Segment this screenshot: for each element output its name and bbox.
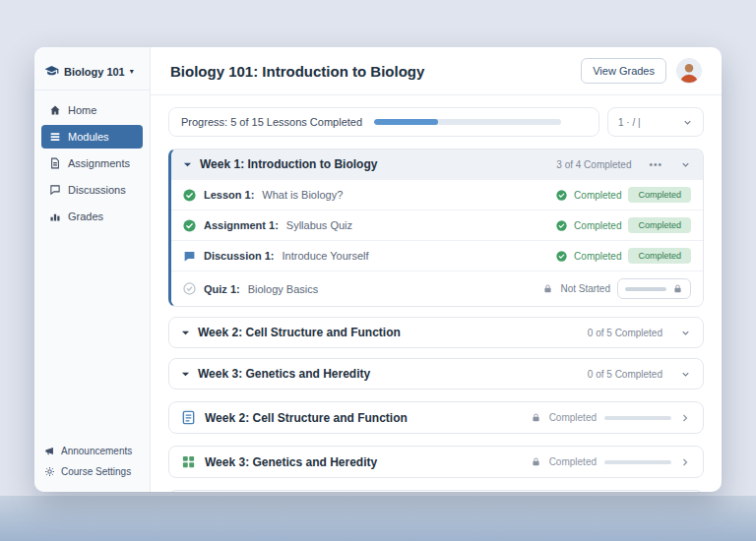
footer-item-label: Course Settings bbox=[61, 466, 131, 477]
assignments-icon bbox=[49, 157, 61, 169]
sidebar-item-label: Assignments bbox=[68, 157, 130, 169]
avatar[interactable] bbox=[676, 58, 702, 84]
item-status-group: Not Started bbox=[542, 278, 691, 299]
check-circle-icon bbox=[183, 219, 196, 232]
mini-progress-bar bbox=[625, 287, 666, 291]
module-week-3-collapsed[interactable]: Week 3: Genetics and Heredity 0 of 5 Com… bbox=[168, 358, 704, 390]
chevron-down-icon bbox=[680, 328, 691, 338]
check-circle-icon bbox=[556, 251, 567, 262]
card-status-group: Completed bbox=[531, 456, 691, 468]
chat-bubble-icon bbox=[183, 250, 196, 263]
check-circle-icon bbox=[556, 190, 567, 201]
chevron-down-icon bbox=[680, 369, 691, 380]
graduation-cap-icon bbox=[44, 64, 59, 79]
module-title: Week 2: Cell Structure and Function bbox=[205, 411, 408, 425]
module-menu-button[interactable]: ••• bbox=[649, 159, 662, 170]
view-grades-button[interactable]: View Grades bbox=[581, 58, 666, 84]
sidebar-item-grades[interactable]: Grades bbox=[41, 205, 143, 228]
megaphone-icon bbox=[44, 446, 55, 456]
check-circle-outline-icon bbox=[183, 282, 196, 295]
item-status: Completed bbox=[574, 251, 621, 262]
item-status: Completed bbox=[574, 220, 621, 231]
item-status-group: Completed Completed bbox=[556, 217, 691, 233]
sidebar-item-label: Home bbox=[68, 104, 96, 116]
modules-icon bbox=[49, 131, 61, 143]
course-name: Biology 101 bbox=[64, 66, 125, 78]
module-week-2-collapsed[interactable]: Week 2: Cell Structure and Function 0 of… bbox=[168, 317, 704, 348]
sidebar-item-modules[interactable]: Modules bbox=[41, 125, 143, 149]
discussions-icon bbox=[49, 184, 61, 196]
sidebar-item-label: Grades bbox=[68, 210, 103, 222]
check-circle-icon bbox=[556, 220, 567, 231]
item-prefix: Discussion 1: bbox=[204, 250, 275, 262]
home-icon bbox=[49, 104, 61, 116]
sidebar-item-announcements[interactable]: Announcements bbox=[34, 441, 150, 461]
caret-down-icon bbox=[183, 160, 192, 169]
progress-label: Progress: 5 of 15 Lessons Completed bbox=[181, 116, 362, 128]
card-status-group: Completed bbox=[531, 412, 691, 424]
lock-icon bbox=[672, 283, 683, 294]
chevron-down-icon bbox=[680, 159, 691, 170]
selector-value: 1 · / | bbox=[618, 117, 641, 128]
card-progress-bar bbox=[604, 416, 671, 420]
chevron-down-icon: ▾ bbox=[130, 67, 134, 76]
module-status: 0 of 5 Completed bbox=[588, 328, 662, 338]
module-week-1: Week 1: Introduction to Biology 3 of 4 C… bbox=[168, 149, 704, 307]
sidebar-nav: Home Modules Assignments Discussions Gra… bbox=[34, 98, 150, 228]
module-title: Week 2: Cell Structure and Function bbox=[198, 326, 401, 339]
module-status: 0 of 5 Completed bbox=[588, 369, 662, 380]
module-week-1-header[interactable]: Week 1: Introduction to Biology 3 of 4 C… bbox=[171, 150, 703, 179]
course-switcher[interactable]: Biology 101 ▾ bbox=[34, 57, 150, 90]
main-area: Biology 101: Introduction to Biology Vie… bbox=[151, 47, 722, 492]
gear-icon bbox=[44, 466, 55, 477]
item-status-group: Completed Completed bbox=[556, 248, 691, 264]
sidebar-item-discussions[interactable]: Discussions bbox=[41, 178, 143, 202]
module-card-week-2[interactable]: Week 2: Cell Structure and Function Comp… bbox=[168, 401, 704, 434]
item-name: Syllabus Quiz bbox=[286, 219, 352, 231]
lock-icon bbox=[531, 412, 541, 423]
sidebar-item-course-settings[interactable]: Course Settings bbox=[34, 461, 150, 482]
sidebar-item-home[interactable]: Home bbox=[41, 98, 143, 122]
lms-window: Biology 101 ▾ Home Modules Assignments D… bbox=[34, 47, 722, 492]
modules-content: Progress: 5 of 15 Lessons Completed 1 · … bbox=[151, 95, 722, 492]
module-item-quiz-1[interactable]: Quiz 1: Biology Basics Not Started bbox=[171, 270, 703, 306]
page-title: Biology 101: Introduction to Biology bbox=[170, 63, 424, 80]
completed-badge: Completed bbox=[628, 217, 691, 233]
footer-item-label: Announcements bbox=[61, 446, 132, 456]
progress-row: Progress: 5 of 15 Lessons Completed 1 · … bbox=[168, 107, 704, 137]
sidebar-footer: Announcements Course Settings bbox=[34, 441, 150, 482]
sidebar: Biology 101 ▾ Home Modules Assignments D… bbox=[34, 47, 151, 492]
card-status: Completed bbox=[549, 456, 597, 467]
locked-progress-pill bbox=[617, 278, 691, 299]
card-status: Completed bbox=[549, 412, 597, 423]
item-prefix: Assignment 1: bbox=[204, 219, 279, 231]
grid-icon bbox=[181, 454, 196, 469]
item-prefix: Lesson 1: bbox=[204, 189, 254, 201]
document-icon bbox=[181, 410, 196, 425]
completed-badge: Completed bbox=[628, 248, 691, 264]
module-status: 3 of 4 Completed bbox=[556, 159, 631, 170]
main-header: Biology 101: Introduction to Biology Vie… bbox=[151, 47, 722, 95]
module-item-lesson-1[interactable]: Lesson 1: What is Biology? Completed Com… bbox=[171, 179, 703, 210]
sidebar-item-label: Discussions bbox=[68, 184, 126, 196]
sidebar-item-label: Modules bbox=[68, 131, 109, 143]
module-selector-dropdown[interactable]: 1 · / | bbox=[607, 107, 704, 137]
progress-bar-fill bbox=[374, 119, 438, 125]
item-prefix: Quiz 1: bbox=[204, 283, 240, 295]
module-card-week-3[interactable]: Week 3: Genetics and Heredity Completed bbox=[168, 446, 704, 478]
item-name: Introduce Yourself bbox=[283, 250, 369, 262]
avatar-image bbox=[677, 59, 701, 83]
module-item-assignment-1[interactable]: Assignment 1: Syllabus Quiz Completed Co… bbox=[171, 210, 703, 240]
module-item-discussion-1[interactable]: Discussion 1: Introduce Yourself Complet… bbox=[171, 240, 703, 270]
progress-box: Progress: 5 of 15 Lessons Completed bbox=[168, 107, 599, 137]
item-status: Completed bbox=[574, 190, 621, 201]
module-title: Week 1: Introduction to Biology bbox=[200, 157, 377, 171]
sidebar-item-assignments[interactable]: Assignments bbox=[41, 151, 143, 175]
check-circle-icon bbox=[183, 189, 196, 202]
caret-down-icon bbox=[181, 370, 190, 379]
chevron-down-icon bbox=[682, 117, 693, 128]
module-title: Week 3: Genetics and Heredity bbox=[205, 455, 377, 469]
next-lesson-row[interactable]: Next: Lesson 2: The Scientific Method bbox=[168, 490, 704, 492]
lock-icon bbox=[542, 283, 553, 294]
grades-icon bbox=[49, 210, 61, 222]
